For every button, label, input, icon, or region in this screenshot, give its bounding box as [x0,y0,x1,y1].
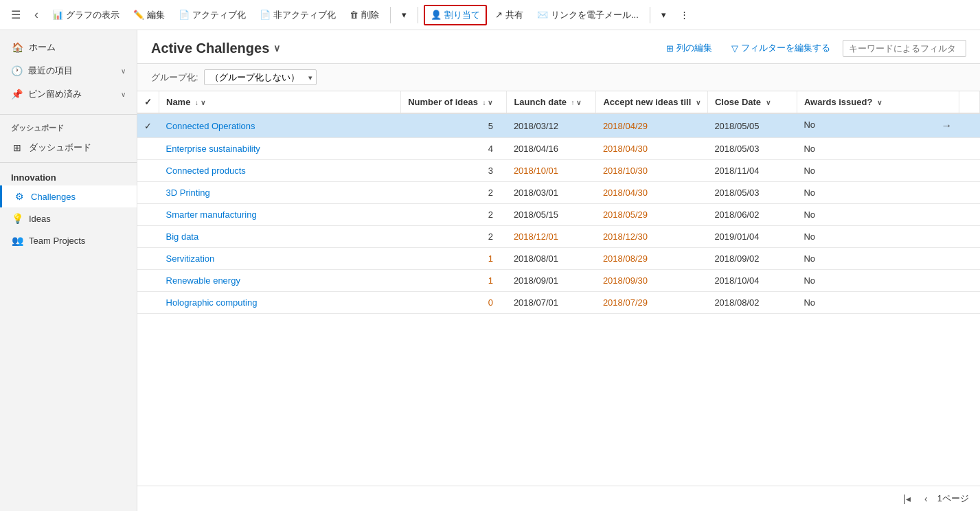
row-close: 2018/05/03 [707,138,797,160]
row-check[interactable] [137,248,159,270]
sidebar-item-dashboard[interactable]: ⊞ ダッシュボード [0,136,137,159]
activate-button[interactable]: 📄 アクティブ化 [173,6,251,24]
activate-icon: 📄 [179,10,190,20]
dashboard-group-label: ダッシュボード [0,117,137,136]
row-launch: 2018/03/12 [507,113,596,138]
row-check[interactable] [137,138,159,160]
ideas-sort-icon: ↓ ∨ [483,99,493,106]
row-accept: 2018/07/29 [596,292,708,314]
row-ideas: 2 [401,182,507,204]
row-launch: 2018/04/16 [507,138,596,160]
sidebar-item-team-projects[interactable]: 👥 Team Projects [0,229,137,251]
share-button[interactable]: ↗ 共有 [490,6,529,24]
name-sort-icon: ↓ ∨ [195,99,205,106]
more-options-button[interactable]: ⋮ [674,7,694,23]
toolbar: ☰ ‹ 📊 グラフの表示 ✏️ 編集 📄 アクティブ化 📄 非アクティブ化 🗑 … [0,0,980,30]
row-launch: 2018/05/15 [507,204,596,226]
row-name[interactable]: Renewable energy [159,270,401,292]
row-check[interactable] [137,270,159,292]
expand-button[interactable]: ▾ [656,7,672,23]
back-button[interactable]: ‹ [29,5,44,25]
edit-icon: ✏️ [133,10,144,20]
sidebar-item-pinned[interactable]: 📌 ピン留め済み ∨ [0,82,137,106]
edit-button[interactable]: ✏️ 編集 [128,6,170,24]
sidebar-item-home[interactable]: 🏠 ホーム [0,36,137,59]
graph-view-button[interactable]: 📊 グラフの表示 [47,6,125,24]
hamburger-icon[interactable]: ☰ [5,3,26,27]
table-row[interactable]: Servitization 1 2018/08/01 2018/08/29 20… [137,248,980,270]
sidebar: 🏠 ホーム 🕐 最近の項目 ∨ 📌 ピン留め済み ∨ ダッシュボード [0,30,137,511]
row-arrow[interactable]: → [942,120,953,132]
row-accept: 2018/04/30 [596,182,708,204]
groupby-select[interactable]: （グループ化しない） [204,69,317,85]
row-awards: No [797,182,959,204]
row-name[interactable]: Smarter manufacturing [159,204,401,226]
row-check[interactable] [137,292,159,314]
row-name[interactable]: Servitization [159,248,401,270]
table-body: ✓ Connected Operations 5 2018/03/12 2018… [137,113,980,314]
page-prev-button[interactable]: ‹ [920,490,932,507]
col-check[interactable]: ✓ [137,91,159,113]
table-row[interactable]: Renewable energy 1 2018/09/01 2018/09/30… [137,270,980,292]
row-awards: No→ [797,113,959,138]
col-name[interactable]: Name ↓ ∨ [159,91,401,113]
row-empty [959,270,980,292]
footer-pagination: |◂ ‹ 1ページ [137,486,980,511]
page-first-button[interactable]: |◂ [899,490,915,507]
recent-expand-icon: ∨ [121,67,126,75]
col-close[interactable]: Close Date ∨ [707,91,797,113]
table-row[interactable]: Big data 2 2018/12/01 2018/12/30 2019/01… [137,226,980,248]
row-launch: 2018/03/01 [507,182,596,204]
col-launch[interactable]: Launch date ↑ ∨ [507,91,596,113]
sidebar-item-ideas[interactable]: 💡 Ideas [0,207,137,229]
deactivate-button[interactable]: 📄 非アクティブ化 [254,6,341,24]
sidebar-item-challenges[interactable]: ⚙ Challenges [0,185,137,207]
dropdown-more-button[interactable]: ▾ [396,7,412,23]
challenges-table: ✓ Name ↓ ∨ Number of ideas ↓ ∨ Launch da… [137,91,980,314]
row-name[interactable]: Holographic computing [159,292,401,314]
row-name[interactable]: 3D Printing [159,182,401,204]
row-empty [959,182,980,204]
row-awards: No [797,160,959,182]
row-name[interactable]: Connected products [159,160,401,182]
edit-columns-button[interactable]: ⊞ 列の編集 [659,38,719,58]
groupby-select-wrap: （グループ化しない） [204,69,317,85]
group-bar: グループ化: （グループ化しない） [137,64,980,91]
row-name[interactable]: Connected Operations [159,113,401,138]
content-header: Active Challenges ∨ ⊞ 列の編集 ▽ フィルターを編集する [137,30,980,64]
edit-filter-button[interactable]: ▽ フィルターを編集する [725,38,837,58]
title-chevron-icon[interactable]: ∨ [273,43,280,54]
row-close: 2019/01/04 [707,226,797,248]
row-check[interactable] [137,182,159,204]
assign-icon: 👤 [431,10,442,20]
row-check[interactable]: ✓ [137,113,159,138]
keyword-filter-input[interactable] [843,40,966,57]
innovation-group-label: Innovation [0,166,137,185]
row-check[interactable] [137,160,159,182]
table-row[interactable]: Connected products 3 2018/10/01 2018/10/… [137,160,980,182]
delete-button[interactable]: 🗑 削除 [344,6,385,24]
row-name[interactable]: Enterprise sustainability [159,138,401,160]
email-link-button[interactable]: ✉️ リンクを電子メール... [532,6,644,24]
sidebar-top-section: 🏠 ホーム 🕐 最近の項目 ∨ 📌 ピン留め済み ∨ [0,30,137,111]
table-row[interactable]: Enterprise sustainability 4 2018/04/16 2… [137,138,980,160]
row-awards: No [797,204,959,226]
assign-button[interactable]: 👤 割り当て [424,5,487,25]
row-check[interactable] [137,204,159,226]
row-accept: 2018/05/29 [596,204,708,226]
row-name[interactable]: Big data [159,226,401,248]
col-accept[interactable]: Accept new ideas till ∨ [596,91,708,113]
launch-sort-icon: ↑ ∨ [571,99,582,106]
col-awards[interactable]: Awards issued? ∨ [797,91,959,113]
row-check[interactable] [137,226,159,248]
share-icon: ↗ [495,10,503,20]
table-row[interactable]: Holographic computing 0 2018/07/01 2018/… [137,292,980,314]
row-ideas: 3 [401,160,507,182]
sidebar-item-recent[interactable]: 🕐 最近の項目 ∨ [0,59,137,82]
row-accept: 2018/04/29 [596,113,708,138]
content-area: Active Challenges ∨ ⊞ 列の編集 ▽ フィルターを編集する … [137,30,980,511]
table-row[interactable]: 3D Printing 2 2018/03/01 2018/04/30 2018… [137,182,980,204]
col-ideas[interactable]: Number of ideas ↓ ∨ [401,91,507,113]
table-row[interactable]: Smarter manufacturing 2 2018/05/15 2018/… [137,204,980,226]
table-row[interactable]: ✓ Connected Operations 5 2018/03/12 2018… [137,113,980,138]
